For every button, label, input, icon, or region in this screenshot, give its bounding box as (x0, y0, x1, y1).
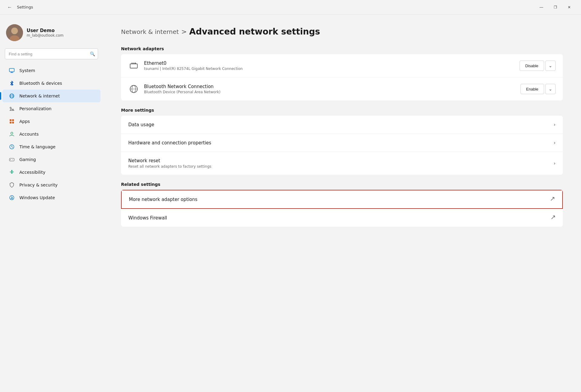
sidebar-item-label-personalization: Personalization (19, 106, 51, 111)
sidebar-item-bluetooth[interactable]: Bluetooth & devices (2, 77, 100, 90)
more-setting-chevron-1: › (554, 140, 556, 146)
sidebar: User Demo m_lab@outlook.com 🔍 System Blu… (0, 15, 103, 392)
search-input[interactable] (5, 48, 98, 59)
related-setting-title-1: Windows Firewall (128, 215, 551, 221)
update-icon (8, 194, 15, 201)
app-title: Settings (17, 5, 33, 9)
more-setting-row-1[interactable]: Hardware and connection properties › (121, 134, 563, 152)
more-setting-row-2[interactable]: Network reset Reset all network adapters… (121, 152, 563, 175)
user-info: User Demo m_lab@outlook.com (27, 28, 64, 38)
adapter-card-0: Ethernet0 tsunami | Intel(R) 82574L Giga… (121, 54, 563, 77)
search-icon: 🔍 (90, 51, 95, 56)
sidebar-item-accessibility[interactable]: Accessibility (2, 166, 100, 179)
adapter-chevron-1[interactable]: ⌄ (545, 84, 556, 94)
minimize-button[interactable]: — (534, 2, 548, 12)
related-setting-title-0: More network adapter options (129, 197, 550, 202)
svg-rect-4 (11, 72, 13, 73)
adapter-action-button-1[interactable]: Enable (520, 84, 544, 94)
svg-rect-13 (12, 122, 14, 124)
related-settings-section-title: Related settings (121, 182, 563, 187)
adapter-desc-0: tsunami | Intel(R) 82574L Gigabit Networ… (144, 67, 515, 71)
related-setting-row-1[interactable]: Windows Firewall (121, 209, 563, 227)
accessibility-icon (8, 169, 15, 176)
adapter-icon-0 (128, 60, 139, 71)
svg-point-1 (11, 28, 18, 34)
sidebar-item-label-privacy: Privacy & security (19, 183, 57, 187)
adapter-chevron-0[interactable]: ⌄ (545, 61, 556, 71)
user-name: User Demo (27, 28, 64, 33)
adapter-desc-1: Bluetooth Device (Personal Area Network) (144, 90, 516, 94)
sidebar-item-accounts[interactable]: Accounts (2, 128, 100, 140)
more-setting-row-0[interactable]: Data usage › (121, 116, 563, 134)
apps-icon (8, 118, 15, 125)
app-body: User Demo m_lab@outlook.com 🔍 System Blu… (0, 15, 581, 392)
adapter-actions-0: Disable ⌄ (520, 61, 556, 71)
related-setting-row-0[interactable]: More network adapter options (121, 190, 563, 209)
svg-rect-23 (130, 64, 137, 68)
adapter-action-button-0[interactable]: Disable (520, 61, 544, 71)
more-setting-title-2: Network reset (128, 158, 554, 163)
adapter-icon-1 (128, 84, 139, 94)
adapter-name-0: Ethernet0 (144, 61, 515, 66)
accounts-icon (8, 131, 15, 137)
related-setting-external-icon-0 (550, 196, 555, 202)
main-content: Network & internet > Advanced network se… (103, 15, 581, 392)
svg-point-9 (10, 107, 11, 108)
system-icon (8, 67, 15, 74)
svg-point-18 (12, 160, 13, 160)
network-icon (8, 93, 15, 99)
sidebar-item-privacy[interactable]: Privacy & security (2, 179, 100, 191)
sidebar-item-system[interactable]: System (2, 64, 100, 77)
svg-rect-24 (132, 63, 133, 64)
more-settings-section-title: More settings (121, 108, 563, 113)
sidebar-item-label-network: Network & internet (19, 94, 60, 98)
svg-rect-25 (133, 63, 134, 64)
adapter-name-1: Bluetooth Network Connection (144, 84, 516, 89)
sidebar-item-time[interactable]: Time & language (2, 140, 100, 153)
gaming-icon (8, 156, 15, 163)
svg-rect-26 (135, 63, 136, 64)
close-button[interactable]: ✕ (562, 2, 576, 12)
sidebar-item-label-gaming: Gaming (19, 157, 36, 162)
sidebar-item-network[interactable]: Network & internet (2, 90, 100, 102)
adapter-card-1: Bluetooth Network Connection Bluetooth D… (121, 77, 563, 100)
more-setting-title-0: Data usage (128, 122, 554, 127)
more-setting-content-0: Data usage (128, 122, 554, 127)
svg-rect-11 (12, 119, 14, 121)
sidebar-item-personalization[interactable]: Personalization (2, 102, 100, 115)
adapters-section-title: Network adapters (121, 46, 563, 51)
sidebar-item-update[interactable]: Windows Update (2, 191, 100, 204)
breadcrumb-current: Advanced network settings (189, 27, 320, 37)
user-profile: User Demo m_lab@outlook.com (0, 19, 103, 48)
window-controls: — ❐ ✕ (534, 2, 576, 12)
related-setting-external-icon-1 (551, 215, 556, 221)
more-setting-desc-2: Reset all network adapters to factory se… (128, 164, 554, 169)
title-bar: ← Settings — ❐ ✕ (0, 0, 581, 15)
privacy-icon (8, 182, 15, 188)
svg-rect-10 (10, 119, 11, 121)
adapter-info-0: Ethernet0 tsunami | Intel(R) 82574L Giga… (144, 61, 515, 71)
breadcrumb: Network & internet > Advanced network se… (121, 27, 563, 37)
adapters-card-group: Ethernet0 tsunami | Intel(R) 82574L Giga… (121, 54, 563, 100)
personalization-icon (8, 105, 15, 112)
adapter-actions-1: Enable ⌄ (520, 84, 556, 94)
maximize-button[interactable]: ❐ (548, 2, 562, 12)
more-setting-content-2: Network reset Reset all network adapters… (128, 158, 554, 169)
more-setting-chevron-0: › (554, 122, 556, 127)
bluetooth-icon (8, 80, 15, 87)
sidebar-item-label-time: Time & language (19, 144, 55, 149)
user-email: m_lab@outlook.com (27, 33, 64, 38)
svg-point-21 (11, 170, 12, 171)
sidebar-item-apps[interactable]: Apps (2, 115, 100, 128)
breadcrumb-parent: Network & internet (121, 28, 179, 35)
related-settings-card-group: More network adapter options Windows Fir… (121, 190, 563, 227)
sidebar-item-gaming[interactable]: Gaming (2, 153, 100, 166)
back-button[interactable]: ← (5, 2, 15, 12)
search-box: 🔍 (5, 48, 98, 59)
svg-rect-5 (10, 73, 13, 73)
sidebar-item-label-update: Windows Update (19, 195, 55, 200)
nav-list: System Bluetooth & devices Network & int… (0, 64, 103, 204)
time-icon (8, 143, 15, 150)
more-setting-content-1: Hardware and connection properties (128, 140, 554, 146)
sidebar-item-label-apps: Apps (19, 119, 30, 124)
